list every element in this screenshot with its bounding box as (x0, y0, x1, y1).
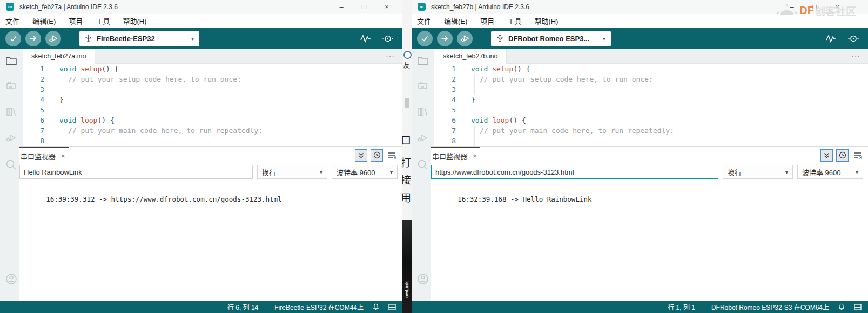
serial-output[interactable]: 16:39:39.312 -> https://www.dfrobot.com.… (19, 183, 402, 301)
debug-sidebar-icon[interactable] (417, 133, 429, 143)
double-chevron-down-icon (823, 152, 830, 159)
menu-help[interactable]: 帮助(H) (123, 16, 146, 26)
boards-manager-icon[interactable] (5, 81, 17, 91)
chevron-down-icon: ▾ (390, 169, 393, 175)
board-selector-label: DFRobot Romeo ESP3... (508, 35, 589, 43)
menu-tools[interactable]: 工具 (96, 16, 110, 26)
menu-sketch[interactable]: 项目 (480, 16, 494, 26)
background-logo-fragment (403, 51, 412, 59)
line-number: 5 (23, 105, 44, 115)
maximize-button[interactable]: □ (803, 3, 826, 11)
toggle-panel-icon[interactable] (854, 304, 862, 310)
menu-bar: 文件 编辑(E) 项目 工具 帮助(H) (0, 14, 402, 28)
serial-monitor-tab[interactable]: 串口监视器 × (19, 147, 69, 163)
debug-sidebar-icon[interactable] (5, 133, 17, 143)
serial-message-input[interactable] (19, 165, 253, 179)
arrow-right-icon (29, 35, 37, 42)
serial-monitor-icon[interactable] (382, 34, 394, 43)
menu-help[interactable]: 帮助(H) (534, 16, 558, 26)
titlebar[interactable]: ∞ sketch_feb27b | Arduino IDE 2.3.6 – □ … (412, 0, 868, 14)
line-number: 2 (434, 74, 456, 84)
tab-sketch-file[interactable]: sketch_feb27a.ino (23, 49, 95, 64)
close-button[interactable]: × (826, 3, 849, 11)
arduino-ide-window-right: DF 创客社区 ∞ sketch_feb27b | Arduino IDE 2.… (412, 0, 868, 313)
tab-label: sketch_feb27a.ino (31, 52, 86, 60)
debug-button[interactable] (45, 31, 61, 46)
status-bar: 行 6, 列 14 FireBeetle-ESP32 在COM44上 (0, 301, 402, 313)
clear-output-icon[interactable] (386, 149, 398, 161)
debug-icon (49, 34, 58, 43)
toggle-panel-icon[interactable] (388, 304, 396, 310)
timestamp-toggle[interactable] (371, 149, 383, 162)
debug-button[interactable] (457, 31, 473, 46)
indent-guide (474, 125, 475, 146)
line-number: 6 (23, 115, 44, 125)
clear-output-icon[interactable] (852, 149, 864, 161)
chevron-down-icon: ▾ (191, 36, 194, 42)
line-number: 8 (434, 136, 456, 146)
arrow-right-icon (441, 35, 449, 42)
menu-edit[interactable]: 编辑(E) (444, 16, 467, 26)
line-ending-select[interactable]: 换行 ▾ (257, 165, 327, 179)
verify-button[interactable] (5, 31, 21, 46)
serial-plotter-icon[interactable] (360, 34, 371, 43)
serial-plotter-icon[interactable] (826, 34, 837, 43)
line-number: 1 (23, 64, 44, 74)
code-editor[interactable]: 1void setup() { 2// put your setup code … (434, 64, 868, 146)
upload-button[interactable] (437, 31, 453, 46)
upload-button[interactable] (25, 31, 41, 46)
autoscroll-toggle[interactable] (820, 149, 833, 162)
line-ending-select[interactable]: 换行 ▾ (723, 165, 793, 179)
line-number: 7 (434, 125, 456, 136)
cursor-position: 行 1, 列 1 (668, 302, 695, 311)
serial-output[interactable]: 16:32:39.168 -> Hello RainbowLink (431, 183, 868, 301)
baud-rate-value: 波特率 9600 (337, 167, 375, 177)
editor-tab-bar: sketch_feb27a.ino ··· (23, 49, 402, 64)
menu-file[interactable]: 文件 (417, 16, 431, 26)
close-icon[interactable]: × (61, 152, 65, 160)
toolbar: FireBeetle-ESP32 ▾ (0, 28, 402, 49)
close-button[interactable]: × (375, 3, 398, 11)
verify-button[interactable] (417, 31, 433, 46)
menu-tools[interactable]: 工具 (507, 16, 521, 26)
notifications-bell-icon[interactable] (838, 303, 845, 311)
menu-edit[interactable]: 编辑(E) (32, 16, 56, 26)
timestamp-toggle[interactable] (836, 149, 849, 162)
usb-icon (496, 34, 503, 43)
clock-icon (373, 151, 381, 159)
menu-file[interactable]: 文件 (5, 16, 19, 26)
board-selector[interactable]: DFRobot Romeo ESP3... ▾ (491, 31, 611, 46)
serial-monitor-icon[interactable] (847, 34, 859, 43)
board-port-status[interactable]: FireBeetle-ESP32 在COM44上 (274, 302, 364, 311)
code-editor[interactable]: 1void setup() { 2// put your setup code … (23, 64, 402, 146)
autoscroll-toggle[interactable] (355, 149, 367, 162)
baud-rate-select[interactable]: 波特率 9600 ▾ (332, 165, 398, 179)
line-number: 8 (23, 136, 44, 146)
serial-message-input[interactable] (431, 165, 718, 179)
minimize-button[interactable]: – (780, 3, 803, 11)
baud-rate-value: 波特率 9600 (802, 167, 841, 177)
serial-monitor-tab[interactable]: 串口监视器 × (431, 147, 480, 163)
chevron-down-icon: ▾ (856, 169, 858, 175)
close-icon[interactable]: × (473, 152, 477, 160)
minimize-button[interactable]: – (330, 3, 353, 11)
library-manager-icon[interactable] (5, 106, 17, 117)
search-icon[interactable] (5, 158, 18, 171)
search-icon[interactable] (416, 158, 429, 171)
notifications-bell-icon[interactable] (372, 303, 380, 311)
baud-rate-select[interactable]: 波特率 9600 ▾ (797, 165, 863, 179)
menu-sketch[interactable]: 项目 (69, 16, 83, 26)
editor-options-icon[interactable]: ··· (851, 52, 868, 61)
boards-manager-icon[interactable] (417, 81, 429, 91)
tab-sketch-file[interactable]: sketch_feb27b.ino (434, 49, 507, 64)
board-port-status[interactable]: DFRobot Romeo ESP32-S3 在COM64上 (711, 302, 829, 311)
library-manager-icon[interactable] (417, 106, 429, 117)
titlebar[interactable]: ∞ sketch_feb27a | Arduino IDE 2.3.6 – □ … (0, 0, 402, 14)
editor-options-icon[interactable]: ··· (386, 52, 402, 61)
background-text-fragment: 用 (402, 190, 411, 204)
sketchbook-folder-icon[interactable] (417, 56, 429, 65)
board-selector[interactable]: FireBeetle-ESP32 ▾ (79, 31, 199, 46)
maximize-button[interactable]: □ (353, 3, 375, 11)
line-number: 5 (434, 105, 456, 115)
sketchbook-folder-icon[interactable] (5, 56, 17, 65)
